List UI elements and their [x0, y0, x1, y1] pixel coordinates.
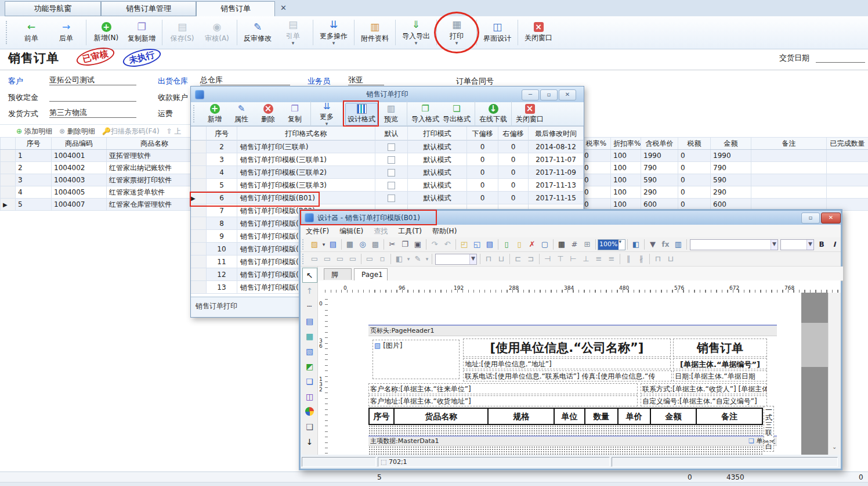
space-v-icon[interactable]: ⊔: [496, 253, 507, 265]
table-row[interactable]: 01005900590: [582, 174, 868, 186]
delete-page-icon[interactable]: ✗: [526, 239, 538, 250]
frame-none-icon[interactable]: ▫: [377, 253, 388, 265]
line-dd-icon[interactable]: ▾: [425, 253, 429, 265]
designer-menu-item-4[interactable]: 帮助(H): [427, 226, 462, 236]
image-tool[interactable]: ▧: [303, 344, 317, 358]
frame-top-icon[interactable]: ▭: [321, 253, 333, 265]
default-checkbox[interactable]: [388, 156, 395, 164]
open-icon[interactable]: ▨: [309, 239, 320, 250]
save-icon[interactable]: ▤: [327, 239, 339, 250]
doc-no-field[interactable]: [单据主体.“单据编号”]: [673, 358, 767, 369]
frame-left-icon[interactable]: ▭: [309, 253, 320, 265]
table-icon[interactable]: ⊞: [581, 239, 593, 250]
add-detail-button[interactable]: ⊕ 添加明细: [16, 127, 52, 136]
table-row[interactable]: 11004001亚拓管理软件: [1, 150, 192, 162]
row-selector[interactable]: [191, 255, 207, 268]
address-field[interactable]: 地址:[使用单位信息.“地址”]: [463, 358, 671, 369]
row-selector[interactable]: ▶: [1, 199, 16, 211]
toolbar-button-copy-new[interactable]: ❐复制新增: [124, 17, 160, 48]
ole-tool[interactable]: ❑: [303, 420, 317, 434]
dialog-toolbar-button-export-format[interactable]: ❏导出格式: [441, 103, 472, 125]
move-up-button[interactable]: ⇧ 上: [167, 127, 182, 136]
tab-1[interactable]: 功能导航窗: [5, 1, 101, 16]
frame-all-icon[interactable]: ▭: [364, 253, 375, 265]
field-dd-icon[interactable]: ▼: [647, 239, 659, 250]
maximize-button[interactable]: ▫: [801, 213, 820, 224]
row-selector[interactable]: [191, 153, 207, 166]
print-dialog-titlebar[interactable]: 销售订单打印 ─ ▫ ✕: [191, 87, 584, 102]
row-selector[interactable]: [191, 141, 207, 153]
contact-field[interactable]: 联系方式:[单据主体.“收货人”] [单据主体.“收货人电: [641, 383, 767, 394]
align-left-icon[interactable]: ⊣: [542, 253, 554, 265]
tab-2[interactable]: 销售订单管理: [101, 1, 196, 16]
size-combo-combo[interactable]: ▼: [780, 239, 814, 250]
items-table-header[interactable]: 序号货品名称规格单位数量单价金额备注: [368, 408, 763, 425]
deposit-input[interactable]: [49, 91, 136, 102]
custom-no-field[interactable]: 自定义编号:[单据主体.“自定义编号”]: [641, 395, 767, 406]
snap-icon[interactable]: #: [569, 239, 580, 250]
side-copy-color-label[interactable]: 白: [764, 442, 774, 452]
doc-title-field[interactable]: 销售订单: [673, 339, 767, 357]
table-row[interactable]: 0100199001990: [582, 150, 868, 162]
dialog-toolbar-button-more[interactable]: ⇊更多▾: [313, 101, 340, 127]
memo-tool[interactable]: ▦: [303, 329, 317, 343]
customer-input[interactable]: 亚拓公司测试: [49, 75, 136, 85]
toolbar-button-add-new[interactable]: +新增(N): [89, 17, 124, 48]
form-icon[interactable]: ▥: [672, 239, 684, 250]
design-canvas[interactable]: ⌄ 页标头:PageHeader1 ▧ [图片] [使用单位信息.“公司名称”]…: [328, 293, 841, 455]
row-selector[interactable]: [1, 174, 16, 186]
default-checkbox[interactable]: [388, 169, 395, 177]
frame-right-icon[interactable]: ▭: [334, 253, 346, 265]
toolbar-button-attachments[interactable]: ▥附件资料: [357, 17, 393, 48]
maximize-button[interactable]: ▫: [540, 89, 558, 100]
copy-icon[interactable]: ❐: [399, 239, 411, 250]
customer-address-field[interactable]: 客户地址:[单据主体.“收货地址”]: [368, 395, 638, 406]
center-page-icon[interactable]: ⊓: [652, 253, 664, 265]
dialog-toolbar-button-import-format[interactable]: ❐导入格式: [410, 103, 441, 125]
dialog-toolbar-button-design-format[interactable]: 设计格式: [345, 103, 378, 125]
table-row[interactable]: 21004002红管家出纳记账软件: [1, 162, 192, 174]
phone-field[interactable]: 联系电话:[使用单位信息.“联系电话”] 传真:[使用单位信息.“传: [463, 370, 672, 381]
band-tool[interactable]: ┄: [303, 299, 317, 313]
canvas-scrollbar[interactable]: ⌄: [828, 293, 841, 455]
toolbar-button-ui-design[interactable]: ◫界面设计: [479, 17, 515, 48]
row-selector[interactable]: [1, 186, 16, 199]
dialog-toolbar-button-delete[interactable]: ×删除: [255, 103, 281, 125]
align-top-icon[interactable]: ⊥: [580, 253, 592, 265]
row-selector[interactable]: [191, 217, 207, 230]
frame-bottom-icon[interactable]: ▭: [347, 253, 359, 265]
dialog-toolbar-button-online-download[interactable]: ↓在线下载: [478, 103, 509, 125]
row-selector[interactable]: [191, 166, 207, 179]
middle-page-icon[interactable]: ⊔: [665, 253, 677, 265]
image-placeholder[interactable]: ▧ [图片]: [372, 340, 460, 379]
exit-icon[interactable]: ◧: [630, 239, 642, 250]
toolbar-button-import-export[interactable]: ⇓导入导出▾: [398, 17, 434, 48]
close-button[interactable]: ✕: [559, 89, 576, 100]
band-master-data[interactable]: 主项数据:MasterData1❏ 单据主: [368, 435, 777, 446]
designer-tab-脚本[interactable]: 脚本: [324, 268, 352, 280]
table-row[interactable]: 01002900290: [582, 186, 868, 199]
bring-front-icon[interactable]: ◰: [458, 239, 470, 250]
export-icon[interactable]: ▩: [370, 239, 381, 250]
band-down[interactable]: ↓: [303, 435, 317, 449]
dialog-toolbar-button-close[interactable]: ×关闭窗口: [514, 103, 545, 125]
frame-tool[interactable]: ◫: [303, 390, 317, 404]
align-middle-icon[interactable]: ≡: [593, 253, 605, 265]
row-selector[interactable]: ▶: [191, 192, 207, 204]
align-center-h-icon[interactable]: ⊤: [555, 253, 566, 265]
toolbar-button-audit[interactable]: ◉审核(A): [200, 17, 234, 48]
toolbar-button-prev-doc[interactable]: ←前单: [14, 17, 49, 48]
designer-titlebar[interactable]: 设计器 - 销售订单打印模版(B01) ▫ ✕: [301, 211, 841, 225]
row-selector[interactable]: [191, 204, 207, 217]
undo-icon[interactable]: ↶: [442, 239, 453, 250]
paste-icon[interactable]: ▣: [412, 239, 424, 250]
dialog-toolbar-button-properties[interactable]: ✎属性: [228, 103, 255, 125]
toolbar-button-more-ops[interactable]: ⇊更多操作▾: [316, 17, 352, 48]
minimize-button[interactable]: ─: [522, 89, 539, 100]
designer-menu-item-3[interactable]: 工具(T): [393, 226, 427, 236]
same-height-icon[interactable]: ∦: [635, 253, 647, 265]
dialog-toolbar-button-preview[interactable]: ▥预览: [378, 103, 404, 125]
chart-tool[interactable]: [303, 405, 317, 419]
line-style-combo[interactable]: ▼: [435, 254, 477, 265]
cut-icon[interactable]: ✂: [386, 239, 398, 250]
